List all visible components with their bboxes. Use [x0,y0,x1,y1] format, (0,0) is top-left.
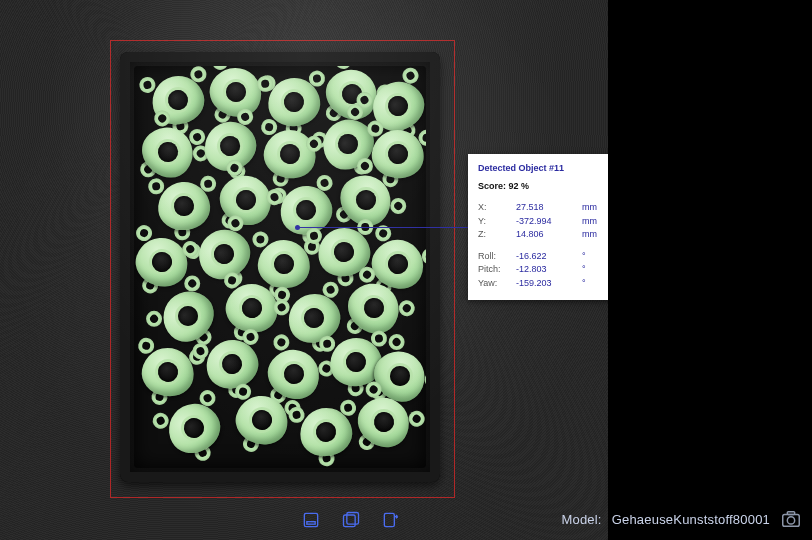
model-name: GehaeuseKunststoff80001 [612,512,770,527]
gallery-icon [341,510,361,530]
pose-unit: ° [582,263,610,277]
pose-table: X:27.518mmY:-372.994mmZ:14.806mm Roll:-1… [478,201,610,290]
svg-rect-3 [347,513,359,525]
pose-unit: mm [582,215,610,229]
view-gallery-button[interactable] [340,509,362,531]
svg-rect-4 [384,513,394,526]
pose-row: X:27.518mm [478,201,610,215]
pose-row: Z:14.806mm [478,228,610,242]
pose-key: Y: [478,215,516,229]
panel-title: Detected Object #11 [478,162,610,176]
pose-row: Yaw:-159.203° [478,277,610,291]
view-toolbar [300,509,402,531]
pose-unit: ° [582,277,610,291]
model-status-bar: Model: GehaeuseKunststoff80001 [561,508,802,530]
pose-key: Z: [478,228,516,242]
image-icon [301,510,321,530]
model-label: Model: [561,512,601,527]
detection-info-panel: Detected Object #11 Score: 92 % X:27.518… [468,154,620,300]
pose-row: Y:-372.994mm [478,215,610,229]
camera-icon [780,508,802,530]
parts-tray [120,52,440,482]
pose-unit: ° [582,250,610,264]
svg-rect-7 [787,512,794,515]
right-sidebar [608,0,812,540]
svg-rect-1 [307,522,315,525]
pose-key: X: [478,201,516,215]
view-single-button[interactable] [300,509,322,531]
pose-key: Roll: [478,250,516,264]
camera-viewport[interactable]: Detected Object #11 Score: 92 % X:27.518… [0,0,608,540]
export-icon [381,510,401,530]
pose-value: -372.994 [516,215,582,229]
svg-rect-2 [344,515,356,527]
pose-key: Pitch: [478,263,516,277]
pose-unit: mm [582,228,610,242]
pose-key: Yaw: [478,277,516,291]
pose-value: -159.203 [516,277,582,291]
pose-value: -16.622 [516,250,582,264]
panel-score: Score: 92 % [478,180,610,194]
svg-point-6 [787,517,794,524]
pose-value: -12.803 [516,263,582,277]
pose-value: 14.806 [516,228,582,242]
pose-unit: mm [582,201,610,215]
export-button[interactable] [380,509,402,531]
tray-inner [134,66,426,468]
callout-leader-line [298,227,468,228]
pose-value: 27.518 [516,201,582,215]
pose-row: Pitch:-12.803° [478,263,610,277]
pose-row: Roll:-16.622° [478,250,610,264]
